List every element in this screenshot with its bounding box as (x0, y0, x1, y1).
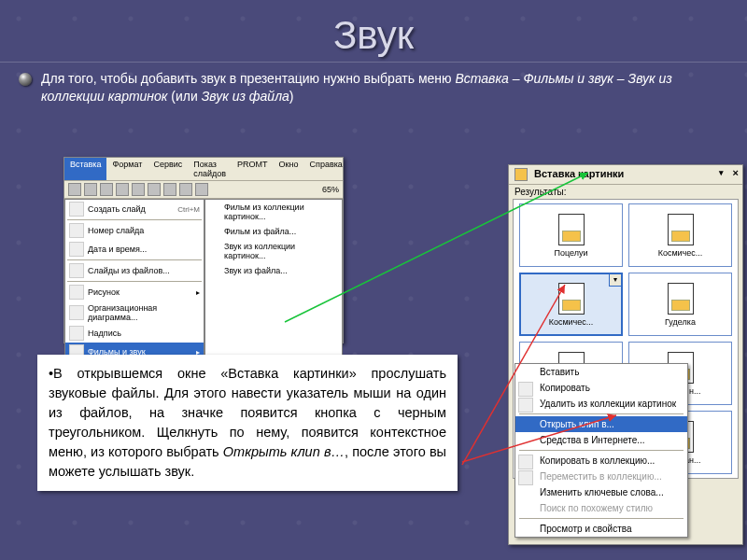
sound-file-icon (668, 214, 694, 245)
ctx-preview-props[interactable]: Просмотр и свойства (515, 521, 687, 537)
shortcut: Ctrl+M (177, 205, 200, 214)
menu-label: Слайды из файлов... (88, 266, 170, 275)
clip-dropdown-icon[interactable]: ▾ (609, 273, 622, 287)
ctx-edit-keywords[interactable]: Изменить ключевые слова... (515, 484, 687, 500)
submenu-sound-file[interactable]: Звук из файла... (205, 263, 342, 278)
ctx-label: Изменить ключевые слова... (540, 487, 664, 497)
menu-tools[interactable]: Сервис (148, 158, 188, 180)
move-icon (518, 470, 533, 485)
ctx-label: Открыть клип в... (540, 419, 614, 429)
ctx-insert[interactable]: Вставить (515, 364, 687, 380)
submenu-movie-collection[interactable]: Фильм из коллекции картинок... (205, 200, 342, 224)
menu-label: Дата и время... (88, 245, 147, 254)
toolbar-icon[interactable] (163, 183, 176, 196)
slide-number-icon (69, 223, 84, 238)
clip-item-selected[interactable]: Космичес...▾ (519, 273, 623, 336)
intro-row: Для того, чтобы добавить звук в презента… (0, 70, 747, 105)
body-paragraph: •В открывшемся окне «Вставка картинки» п… (37, 355, 458, 491)
copy-to-icon (518, 455, 533, 469)
screenshot-insert-menu: Вставка Формат Сервис Показ слайдов PROM… (63, 157, 344, 343)
menu-label: Номер слайда (88, 226, 144, 235)
submenu-sound-collection[interactable]: Звук из коллекции картинок... (205, 239, 342, 263)
menu-item-org-chart[interactable]: Организационная диаграмма... (65, 301, 204, 324)
submenu-movie-file[interactable]: Фильм из файла... (205, 224, 342, 239)
ctx-label: Вставить (540, 367, 579, 377)
menu-format[interactable]: Формат (106, 158, 148, 180)
ctx-delete[interactable]: Удалить из коллекции картинок (515, 396, 687, 412)
intro-t1: Для того, чтобы добавить звук в презента… (41, 71, 455, 86)
menu-slideshow[interactable]: Показ слайдов (188, 158, 232, 180)
zoom-value[interactable]: 65% (322, 185, 339, 194)
clip-context-menu: Вставить Копировать Удалить из коллекции… (514, 363, 688, 538)
toolbar-icon[interactable] (148, 183, 161, 196)
ctx-label: Средства в Интернете... (540, 435, 645, 445)
textbox-icon (69, 326, 84, 341)
toolbar-icon[interactable] (68, 183, 81, 196)
orgchart-icon (69, 305, 84, 320)
ctx-label: Поиск по похожему стилю (540, 503, 653, 513)
menu-insert[interactable]: Вставка (64, 158, 106, 180)
menu-item-caption[interactable]: Надпись (65, 324, 204, 343)
chevron-down-icon[interactable]: ▾ (719, 168, 724, 177)
date-icon (69, 242, 84, 257)
intro-text: Для того, чтобы добавить звук в презента… (41, 70, 728, 105)
menu-label: Рисунок (88, 287, 120, 297)
menu-item-picture[interactable]: Рисунок▸ (65, 283, 204, 301)
intro-end: ) (289, 89, 294, 104)
menu-item-slides-from-files[interactable]: Слайды из файлов... (65, 261, 204, 280)
ctx-move-to-collection: Переместить в коллекцию... (515, 469, 687, 484)
menu-help[interactable]: Справка (304, 158, 348, 180)
bullet-sphere-icon (19, 73, 32, 86)
clip-label: Гуделка (665, 317, 696, 327)
toolbar-icon[interactable] (179, 183, 192, 196)
menu-promt[interactable]: PROMT (232, 158, 274, 180)
ctx-label: Копировать (540, 383, 590, 393)
screenshot-clipart-pane: Вставка картинки × ▾ Результаты: Поцелуи… (508, 164, 743, 545)
results-label: Результаты: (509, 185, 742, 199)
ctx-similar-style: Поиск по похожему стилю (515, 500, 687, 516)
clip-item[interactable]: Космичес... (628, 203, 732, 267)
ctx-copy[interactable]: Копировать (515, 380, 687, 396)
clip-item[interactable]: Гуделка (628, 273, 732, 336)
chevron-right-icon: ▸ (196, 288, 200, 297)
menu-label: Надпись (88, 329, 121, 338)
ctx-copy-to-collection[interactable]: Копировать в коллекцию... (515, 453, 687, 469)
sound-file-icon (558, 214, 585, 245)
ctx-label: Переместить в коллекцию... (540, 471, 662, 482)
menubar: Вставка Формат Сервис Показ слайдов PROM… (64, 158, 343, 181)
ctx-label: Копировать в коллекцию... (540, 455, 655, 466)
close-icon[interactable]: × (733, 167, 739, 178)
body-em: Открыть клип в… (223, 444, 345, 459)
clip-organizer-icon (514, 168, 528, 181)
toolbar-icon[interactable] (116, 183, 129, 196)
toolbar-icon[interactable] (132, 183, 145, 196)
intro-mid: (или (167, 89, 201, 104)
files-icon (69, 263, 84, 278)
clip-label: Космичес... (549, 317, 594, 327)
pane-title-bar: Вставка картинки × ▾ (509, 165, 742, 185)
toolbar-icon[interactable] (100, 183, 113, 196)
ctx-open-clip[interactable]: Открыть клип в... (515, 416, 687, 432)
menu-window[interactable]: Окно (274, 158, 304, 180)
slide-title: Звук (0, 0, 747, 63)
copy-icon (518, 382, 533, 397)
menu-item-slide-number[interactable]: Номер слайда (65, 221, 204, 240)
picture-icon (69, 285, 84, 300)
clip-item[interactable]: Поцелуи (519, 203, 623, 267)
menu-item-date-time[interactable]: Дата и время... (65, 240, 204, 259)
toolbar: 65% (64, 181, 343, 199)
menu-item-new-slide[interactable]: Создать слайдCtrl+M (65, 200, 204, 218)
toolbar-icon[interactable] (195, 183, 208, 196)
ctx-label: Удалить из коллекции картинок (540, 399, 676, 409)
menu-label: Создать слайд (88, 204, 146, 214)
intro-em2: Звук из файла (202, 89, 289, 104)
pane-title: Вставка картинки (534, 168, 624, 179)
sound-file-icon (668, 283, 694, 315)
new-slide-icon (69, 202, 84, 217)
sound-file-icon (558, 283, 585, 315)
delete-icon (518, 398, 533, 413)
ctx-tools-internet[interactable]: Средства в Интернете... (515, 432, 687, 448)
clip-label: Космичес... (658, 248, 703, 258)
toolbar-icon[interactable] (84, 183, 97, 196)
clip-label: Поцелуи (554, 248, 587, 258)
